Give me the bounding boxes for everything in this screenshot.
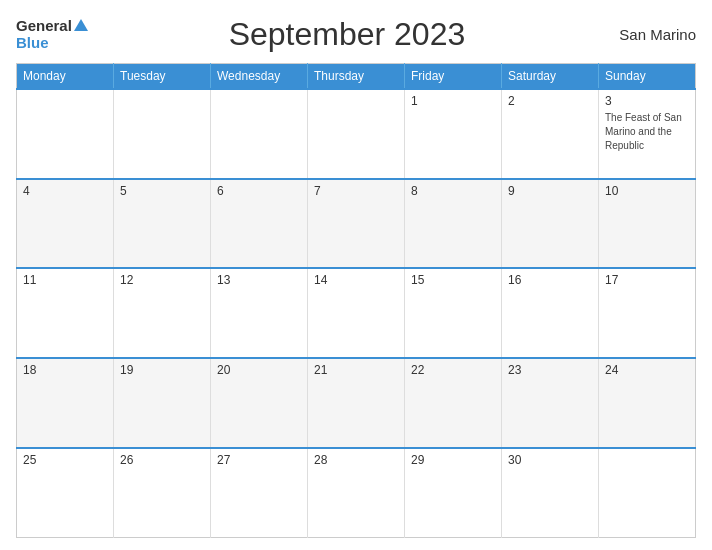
logo-general-text: General bbox=[16, 18, 72, 35]
day-number: 7 bbox=[314, 184, 398, 198]
day-number: 14 bbox=[314, 273, 398, 287]
day-number: 28 bbox=[314, 453, 398, 467]
day-number: 20 bbox=[217, 363, 301, 377]
day-number: 4 bbox=[23, 184, 107, 198]
day-number: 2 bbox=[508, 94, 592, 108]
col-saturday: Saturday bbox=[502, 64, 599, 90]
calendar-day-cell: 18 bbox=[17, 358, 114, 448]
col-monday: Monday bbox=[17, 64, 114, 90]
calendar-page: General Blue September 2023 San Marino M… bbox=[0, 0, 712, 550]
calendar-day-cell: 6 bbox=[211, 179, 308, 269]
calendar-day-cell: 7 bbox=[308, 179, 405, 269]
calendar-day-cell bbox=[17, 89, 114, 179]
day-number: 12 bbox=[120, 273, 204, 287]
calendar-header-row: Monday Tuesday Wednesday Thursday Friday… bbox=[17, 64, 696, 90]
calendar-day-cell: 1 bbox=[405, 89, 502, 179]
day-number: 18 bbox=[23, 363, 107, 377]
calendar-day-cell: 11 bbox=[17, 268, 114, 358]
day-number: 9 bbox=[508, 184, 592, 198]
calendar-day-cell: 9 bbox=[502, 179, 599, 269]
col-sunday: Sunday bbox=[599, 64, 696, 90]
day-number: 26 bbox=[120, 453, 204, 467]
calendar-day-cell: 20 bbox=[211, 358, 308, 448]
calendar-day-cell: 8 bbox=[405, 179, 502, 269]
calendar-day-cell: 24 bbox=[599, 358, 696, 448]
calendar-day-cell: 17 bbox=[599, 268, 696, 358]
day-number: 30 bbox=[508, 453, 592, 467]
calendar-day-cell: 13 bbox=[211, 268, 308, 358]
calendar-day-cell: 15 bbox=[405, 268, 502, 358]
calendar-day-cell: 27 bbox=[211, 448, 308, 538]
calendar-day-cell: 4 bbox=[17, 179, 114, 269]
calendar-table: Monday Tuesday Wednesday Thursday Friday… bbox=[16, 63, 696, 538]
logo-triangle-icon bbox=[74, 19, 88, 31]
day-number: 27 bbox=[217, 453, 301, 467]
col-tuesday: Tuesday bbox=[114, 64, 211, 90]
col-thursday: Thursday bbox=[308, 64, 405, 90]
day-number: 29 bbox=[411, 453, 495, 467]
col-wednesday: Wednesday bbox=[211, 64, 308, 90]
calendar-day-cell bbox=[211, 89, 308, 179]
day-number: 6 bbox=[217, 184, 301, 198]
month-title: September 2023 bbox=[88, 16, 606, 53]
day-number: 8 bbox=[411, 184, 495, 198]
calendar-week-row: 123The Feast of San Marino and the Repub… bbox=[17, 89, 696, 179]
calendar-day-cell: 10 bbox=[599, 179, 696, 269]
calendar-day-cell bbox=[114, 89, 211, 179]
calendar-day-cell: 28 bbox=[308, 448, 405, 538]
day-number: 10 bbox=[605, 184, 689, 198]
day-number: 19 bbox=[120, 363, 204, 377]
day-number: 13 bbox=[217, 273, 301, 287]
calendar-day-cell bbox=[599, 448, 696, 538]
calendar-week-row: 252627282930 bbox=[17, 448, 696, 538]
day-number: 16 bbox=[508, 273, 592, 287]
day-number: 1 bbox=[411, 94, 495, 108]
event-label: The Feast of San Marino and the Republic bbox=[605, 112, 682, 151]
day-number: 22 bbox=[411, 363, 495, 377]
day-number: 15 bbox=[411, 273, 495, 287]
calendar-week-row: 18192021222324 bbox=[17, 358, 696, 448]
day-number: 25 bbox=[23, 453, 107, 467]
calendar-week-row: 11121314151617 bbox=[17, 268, 696, 358]
calendar-day-cell: 19 bbox=[114, 358, 211, 448]
day-number: 24 bbox=[605, 363, 689, 377]
calendar-day-cell: 12 bbox=[114, 268, 211, 358]
calendar-day-cell: 22 bbox=[405, 358, 502, 448]
calendar-day-cell: 23 bbox=[502, 358, 599, 448]
logo: General Blue bbox=[16, 18, 88, 51]
calendar-day-cell: 14 bbox=[308, 268, 405, 358]
calendar-day-cell: 3The Feast of San Marino and the Republi… bbox=[599, 89, 696, 179]
calendar-day-cell: 21 bbox=[308, 358, 405, 448]
day-number: 23 bbox=[508, 363, 592, 377]
day-number: 11 bbox=[23, 273, 107, 287]
calendar-week-row: 45678910 bbox=[17, 179, 696, 269]
logo-blue-text: Blue bbox=[16, 35, 49, 52]
day-number: 17 bbox=[605, 273, 689, 287]
calendar-day-cell: 29 bbox=[405, 448, 502, 538]
calendar-day-cell: 5 bbox=[114, 179, 211, 269]
day-number: 3 bbox=[605, 94, 689, 108]
calendar-day-cell: 2 bbox=[502, 89, 599, 179]
header: General Blue September 2023 San Marino bbox=[16, 16, 696, 53]
calendar-day-cell: 25 bbox=[17, 448, 114, 538]
calendar-day-cell: 30 bbox=[502, 448, 599, 538]
country-label: San Marino bbox=[606, 26, 696, 43]
calendar-day-cell: 26 bbox=[114, 448, 211, 538]
day-number: 21 bbox=[314, 363, 398, 377]
calendar-day-cell bbox=[308, 89, 405, 179]
calendar-day-cell: 16 bbox=[502, 268, 599, 358]
day-number: 5 bbox=[120, 184, 204, 198]
col-friday: Friday bbox=[405, 64, 502, 90]
